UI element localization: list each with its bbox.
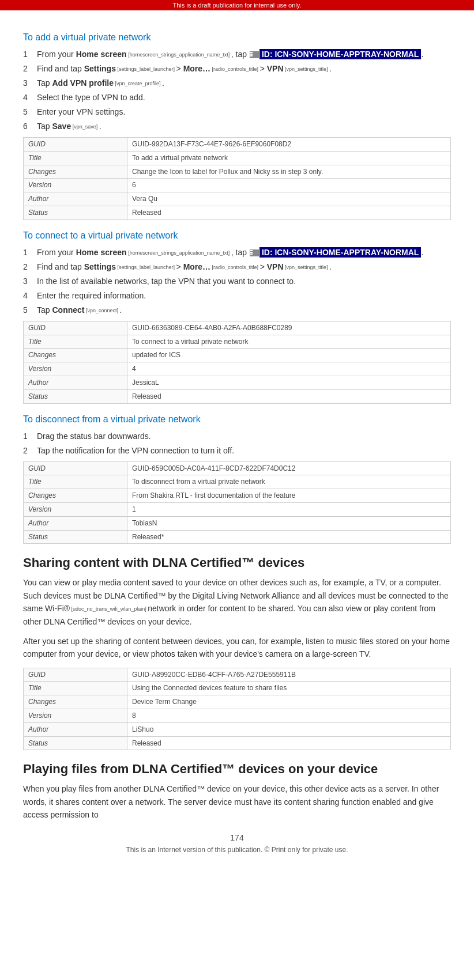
playing-heading: Playing files from DLNA Certified™ devic…	[23, 762, 451, 777]
table-row: Status Released	[24, 389, 451, 403]
table-row: GUID GUID-992DA13F-F73C-44E7-9626-6EF906…	[24, 138, 451, 152]
step-text: From your Home screen [homescreen_string…	[37, 48, 451, 60]
step-text: Enter the required information.	[37, 290, 451, 302]
footer-text: This is an Internet version of this publ…	[23, 846, 451, 854]
meta-label: Author	[24, 722, 127, 736]
section-disconnect-vpn-title: To disconnect from a virtual private net…	[23, 414, 451, 425]
step-item: 2 Find and tap Settings [settings_label_…	[23, 261, 451, 273]
section-playing: Playing files from DLNA Certified™ devic…	[23, 762, 451, 821]
meta-label: Version	[24, 362, 127, 376]
apptray-icon	[250, 249, 259, 256]
table-row: GUID GUID-659C005D-AC0A-411F-8CD7-622DF7…	[24, 461, 451, 475]
meta-label: Version	[24, 179, 127, 192]
create-profile-tag: [vpn_create_profile]	[114, 81, 162, 86]
meta-label: Title	[24, 151, 127, 165]
meta-label: Title	[24, 475, 127, 489]
highlight-apptray-2: ID: ICN-SONY-HOME-APPTRAY-NORMAL	[259, 247, 422, 258]
vpn-label: VPN	[267, 64, 284, 73]
step-item: 4 Enter the required information.	[23, 290, 451, 302]
meta-label: Title	[24, 682, 127, 695]
table-row: Version 1	[24, 502, 451, 516]
dlna-metadata: GUID GUID-A89920CC-EDB6-4CFF-A765-A27DE5…	[23, 668, 451, 751]
section-add-vpn: To add a virtual private network 1 From …	[23, 32, 451, 220]
section-connect-vpn: To connect to a virtual private network …	[23, 230, 451, 404]
table-row: Author TobiasN	[24, 516, 451, 530]
disconnect-vpn-metadata: GUID GUID-659C005D-AC0A-411F-8CD7-622DF7…	[23, 461, 451, 544]
save-tag: [vpn_save]	[71, 124, 99, 130]
meta-label: GUID	[24, 461, 127, 475]
meta-value: GUID-66363089-CE64-4AB0-A2FA-A0B688FC028…	[127, 321, 451, 335]
more-label: More…	[183, 64, 210, 73]
table-row: Version 8	[24, 709, 451, 723]
meta-label: GUID	[24, 321, 127, 335]
vpn-label: VPN	[267, 262, 284, 271]
step-text: In the list of available networks, tap t…	[37, 275, 451, 287]
table-row: Author LiShuo	[24, 722, 451, 736]
meta-label: Status	[24, 206, 127, 220]
meta-value: Vera Qu	[127, 192, 451, 206]
meta-value: LiShuo	[127, 722, 451, 736]
step-text: Tap Save [vpn_save] .	[37, 120, 451, 133]
meta-value: Released	[127, 389, 451, 403]
section-add-vpn-title: To add a virtual private network	[23, 32, 451, 43]
table-row: Version 4	[24, 362, 451, 376]
step-item: 5 Enter your VPN settings.	[23, 106, 451, 118]
meta-label: GUID	[24, 668, 127, 682]
meta-label: Author	[24, 516, 127, 530]
meta-label: Status	[24, 530, 127, 544]
dlna-paragraph-1: You can view or play media content saved…	[23, 576, 451, 628]
table-row: GUID GUID-A89920CC-EDB6-4CFF-A765-A27DE5…	[24, 668, 451, 682]
page-number: 174	[23, 833, 451, 842]
meta-value: 1	[127, 502, 451, 516]
step-text: Find and tap Settings [settings_label_la…	[37, 63, 451, 75]
step-text: Tap Connect [vpn_connect] .	[37, 304, 451, 316]
add-vpn-metadata: GUID GUID-992DA13F-F73C-44E7-9626-6EF906…	[23, 137, 451, 220]
disconnect-vpn-steps: 1 Drag the status bar downwards. 2 Tap t…	[23, 430, 451, 457]
step-item: 2 Find and tap Settings [settings_label_…	[23, 63, 451, 75]
table-row: Title To add a virtual private network	[24, 151, 451, 165]
table-row: Status Released*	[24, 530, 451, 544]
playing-paragraph-1: When you play files from another DLNA Ce…	[23, 782, 451, 821]
step-number: 6	[23, 120, 37, 133]
step-text: Find and tap Settings [settings_label_la…	[37, 261, 451, 273]
step-item: 1 From your Home screen [homescreen_stri…	[23, 48, 451, 60]
save-label: Save	[52, 122, 71, 131]
step-text: From your Home screen [homescreen_string…	[37, 247, 451, 259]
table-row: GUID GUID-66363089-CE64-4AB0-A2FA-A0B688…	[24, 321, 451, 335]
meta-value: Released	[127, 206, 451, 220]
step-item: 4 Select the type of VPN to add.	[23, 92, 451, 104]
step-item: 1 Drag the status bar downwards.	[23, 430, 451, 442]
table-row: Author JessicaL	[24, 376, 451, 389]
step-text: Enter your VPN settings.	[37, 106, 451, 118]
step-number: 3	[23, 77, 37, 89]
step-item: 2 Tap the notification for the VPN conne…	[23, 445, 451, 457]
step-text: Tap the notification for the VPN connect…	[37, 445, 451, 457]
table-row: Changes Change the Icon to label for Pol…	[24, 165, 451, 179]
step-number: 2	[23, 445, 37, 457]
meta-label: Changes	[24, 695, 127, 709]
draft-banner: This is a draft publication for internal…	[0, 0, 474, 10]
dlna-paragraph-2: After you set up the sharing of content …	[23, 635, 451, 661]
wifi-tag: [udoc_no_trans_wifi_wlan_plain]	[70, 606, 148, 612]
meta-value: 4	[127, 362, 451, 376]
step-number: 3	[23, 275, 37, 287]
section-disconnect-vpn: To disconnect from a virtual private net…	[23, 414, 451, 544]
meta-value: Released	[127, 736, 451, 750]
table-row: Version 6	[24, 179, 451, 192]
step-number: 1	[23, 430, 37, 442]
step-text: Tap Add VPN profile [vpn_create_profile]…	[37, 77, 451, 89]
meta-label: Author	[24, 376, 127, 389]
table-row: Status Released	[24, 736, 451, 750]
draft-banner-text: This is a draft publication for internal…	[173, 2, 302, 9]
connect-label: Connect	[52, 305, 84, 315]
apptray-icon	[250, 51, 259, 58]
section-dlna: Sharing content with DLNA Certified™ dev…	[23, 555, 451, 750]
step-number: 1	[23, 48, 37, 60]
meta-label: Author	[24, 192, 127, 206]
homescreen-tag: [homescreen_strings_application_name_txt…	[127, 52, 231, 58]
step-item: 6 Tap Save [vpn_save] .	[23, 120, 451, 133]
table-row: Author Vera Qu	[24, 192, 451, 206]
meta-value: To add a virtual private network	[127, 151, 451, 165]
table-row: Title To connect to a virtual private ne…	[24, 335, 451, 349]
more-label: More…	[183, 262, 210, 271]
